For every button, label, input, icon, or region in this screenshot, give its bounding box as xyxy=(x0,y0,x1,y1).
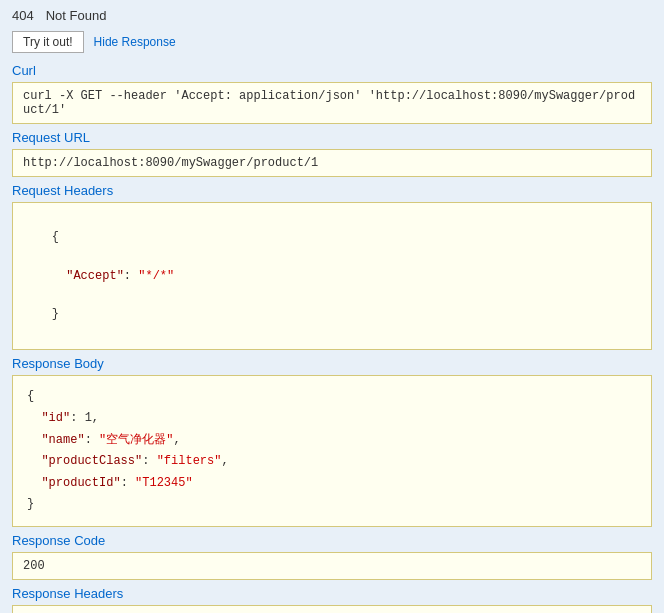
response-body-value: { "id": 1, "name": "空气净化器", "productClas… xyxy=(12,375,652,527)
name-key: "name" xyxy=(41,433,84,447)
productclass-key: "productClass" xyxy=(41,454,142,468)
response-headers-label: Response Headers xyxy=(12,586,652,601)
productid-value: "T12345" xyxy=(135,476,193,490)
http-status-text: Not Found xyxy=(46,8,107,23)
open-brace-1: { xyxy=(52,230,59,244)
response-code-label: Response Code xyxy=(12,533,652,548)
close-brace-1: } xyxy=(52,307,59,321)
response-body-label: Response Body xyxy=(12,356,652,371)
response-headers-value: { "date": "Wed, 29 Aug 2018 07:55:03 GMT… xyxy=(12,605,652,613)
id-key: "id" xyxy=(41,411,70,425)
action-row: Try it out! Hide Response xyxy=(12,31,652,53)
try-it-out-button[interactable]: Try it out! xyxy=(12,31,84,53)
request-url-label: Request URL xyxy=(12,130,652,145)
id-value: 1 xyxy=(85,411,92,425)
curl-label: Curl xyxy=(12,63,652,78)
http-status-code: 404 xyxy=(12,8,34,23)
request-headers-label: Request Headers xyxy=(12,183,652,198)
colon-1: : xyxy=(124,269,138,283)
name-value: "空气净化器" xyxy=(99,433,173,447)
request-headers-value: { "Accept": "*/*" } xyxy=(12,202,652,350)
productid-key: "productId" xyxy=(41,476,120,490)
hide-response-link[interactable]: Hide Response xyxy=(94,35,176,49)
accept-key: "Accept" xyxy=(66,269,124,283)
accept-value: "*/*" xyxy=(138,269,174,283)
curl-value: curl -X GET --header 'Accept: applicatio… xyxy=(12,82,652,124)
response-code-value: 200 xyxy=(12,552,652,580)
main-container: 404 Not Found Try it out! Hide Response … xyxy=(0,0,664,613)
rb-open-brace: { xyxy=(27,389,34,403)
rb-close-brace: } xyxy=(27,497,34,511)
request-url-value: http://localhost:8090/mySwagger/product/… xyxy=(12,149,652,177)
productclass-value: "filters" xyxy=(157,454,222,468)
status-row: 404 Not Found xyxy=(12,8,652,23)
